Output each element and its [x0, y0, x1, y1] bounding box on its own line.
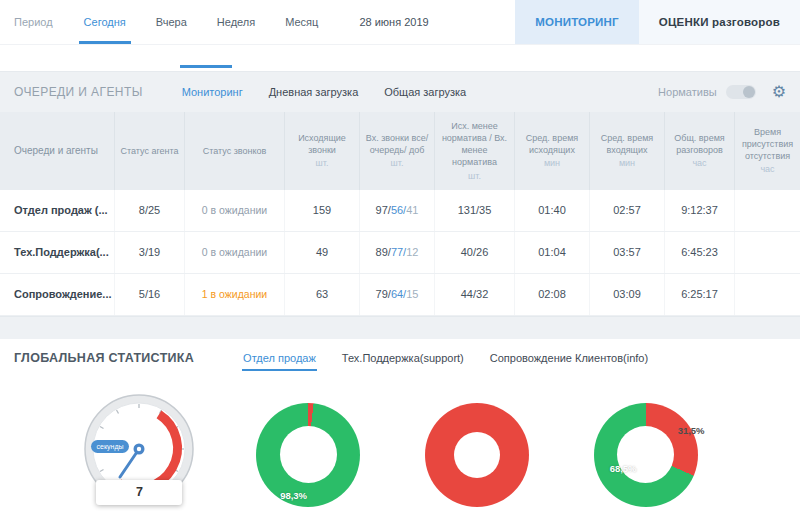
- gear-icon[interactable]: ⚙: [772, 84, 786, 100]
- outgoing-calls-cell: 49: [285, 232, 360, 273]
- col-unit: час: [670, 157, 729, 169]
- donut-label: 68,5%: [610, 463, 637, 474]
- donut-label: 98,3%: [280, 490, 307, 501]
- stats-tab-info[interactable]: Сопровождение Клиентов(info): [477, 348, 661, 368]
- col-header-presence: Время присутствия отсутствия час: [735, 112, 800, 190]
- avg-out-time-cell: 01:04: [515, 232, 590, 273]
- nav-call-ratings[interactable]: ОЦЕНКИ разговоров: [639, 0, 800, 44]
- avg-in-time-cell: 02:57: [590, 190, 665, 231]
- donut-label: 31,5%: [678, 425, 705, 436]
- agent-status-cell: 8/25: [115, 190, 185, 231]
- table-row[interactable]: Отдел продаж (... 8/25 0 в ожидании 159 …: [0, 190, 800, 232]
- col-unit: час: [740, 163, 795, 175]
- avg-out-time-cell: 01:40: [515, 190, 590, 231]
- col-title: Общ. время разговоров: [670, 132, 729, 156]
- talk-time-cell: 9:12:37: [665, 190, 735, 231]
- col-title: Сред. время исходящих: [520, 132, 584, 156]
- col-header-call-status: Статус звонков: [185, 112, 285, 190]
- charts-row: секунды 7 Среднее время ожидания в очере…: [0, 377, 800, 530]
- outgoing-calls-cell: 63: [285, 274, 360, 315]
- col-title: Вх. звонки все/ очередь/ доб: [365, 132, 429, 156]
- col-unit: шт.: [440, 170, 509, 182]
- col-header-below-norm: Исх. менее норматива / Вх. менее нормати…: [435, 112, 515, 190]
- period-tab-today[interactable]: Сегодня: [69, 0, 141, 44]
- incoming-queue: 56/: [391, 204, 406, 216]
- stats-tab-support[interactable]: Тех.Поддержка(support): [329, 348, 477, 368]
- col-unit: шт.: [290, 157, 354, 169]
- donut-hole: [617, 426, 674, 483]
- incoming-ext: 12: [406, 246, 418, 258]
- col-title: Статус звонков: [190, 145, 279, 157]
- tab-daily-load[interactable]: Дневная загрузка: [256, 80, 372, 104]
- queues-section-title: ОЧЕРЕДИ И АГЕНТЫ: [14, 85, 143, 99]
- tab-monitoring[interactable]: Мониторинг: [169, 80, 256, 104]
- call-status-value: 0 в ожидании: [202, 204, 267, 216]
- tab-total-load[interactable]: Общая загрузка: [371, 80, 479, 104]
- donut-outgoing-cell: 68,5% 31,5% Исходящие звонки: [561, 377, 730, 530]
- donut-accepted-cell: 98,3% Принятые/непринятые звонки: [224, 377, 393, 530]
- normativy-control: Нормативы ⚙: [658, 84, 786, 100]
- period-tab-yesterday[interactable]: Вчера: [141, 0, 202, 44]
- call-status-cell: 0 в ожидании: [185, 190, 285, 231]
- col-title: Время присутствия отсутствия: [740, 126, 795, 162]
- main-nav: МОНИТОРИНГ ОЦЕНКИ разговоров: [515, 0, 800, 44]
- date-picker[interactable]: 28 июня 2019: [341, 16, 446, 28]
- donut-hole: [280, 426, 337, 483]
- donut-missed-cell: Непринятые звонки: [393, 377, 562, 530]
- presence-cell: [735, 190, 800, 231]
- presence-cell: [735, 232, 800, 273]
- col-header-incoming: Вх. звонки все/ очередь/ доб шт.: [360, 112, 435, 190]
- col-title: Очереди и агенты: [14, 144, 109, 158]
- incoming-calls-cell: 79/64/15: [360, 274, 435, 315]
- incoming-all: 79/: [376, 288, 391, 300]
- stats-tab-sales[interactable]: Отдел продаж: [230, 348, 329, 368]
- outgoing-calls-cell: 159: [285, 190, 360, 231]
- call-status-cell: 1 в ожидании: [185, 274, 285, 315]
- call-status-value: 0 в ожидании: [202, 246, 267, 258]
- normativy-label: Нормативы: [658, 86, 717, 98]
- incoming-ext: 41: [406, 204, 418, 216]
- sub-nav-strip: [0, 45, 800, 71]
- incoming-all: 89/: [376, 246, 391, 258]
- incoming-ext: 15: [406, 288, 418, 300]
- gauge-value-card: 7: [96, 480, 182, 505]
- call-status-value: 1 в ожидании: [202, 288, 267, 300]
- global-stats-title: ГЛОБАЛЬНАЯ СТАТИСТИКА: [14, 351, 194, 365]
- topbar: Период Сегодня Вчера Неделя Месяц 28 июн…: [0, 0, 800, 45]
- col-header-queues: Очереди и агенты: [0, 112, 115, 190]
- normativy-toggle[interactable]: [726, 85, 756, 99]
- col-header-talk-time: Общ. время разговоров час: [665, 112, 735, 190]
- queue-name-cell[interactable]: Отдел продаж (...: [0, 190, 115, 231]
- gauge-chart-cell: секунды 7 Среднее время ожидания в очере…: [55, 377, 224, 530]
- incoming-calls-cell: 89/77/12: [360, 232, 435, 273]
- col-title: Исходящие звонки: [290, 132, 354, 156]
- talk-time-cell: 6:45:23: [665, 232, 735, 273]
- queue-name-cell[interactable]: Тех.Поддержка(...: [0, 232, 115, 273]
- below-norm-cell: 131/35: [435, 190, 515, 231]
- col-header-outgoing: Исходящие звонки шт.: [285, 112, 360, 190]
- col-title: Исх. менее норматива / Вх. менее нормати…: [440, 120, 509, 169]
- donut-hole: [454, 432, 500, 478]
- monitoring-tab-indicator: [180, 65, 232, 68]
- col-unit: мин: [520, 157, 584, 169]
- table-row[interactable]: Тех.Поддержка(... 3/19 0 в ожидании 49 8…: [0, 232, 800, 274]
- toggle-knob: [743, 86, 755, 98]
- donut-accepted-chart: 98,3%: [256, 403, 360, 507]
- nav-monitoring[interactable]: МОНИТОРИНГ: [515, 0, 639, 44]
- avg-in-time-cell: 03:57: [590, 232, 665, 273]
- presence-cell: [735, 274, 800, 315]
- table-header-row: Очереди и агенты Статус агента Статус зв…: [0, 112, 800, 190]
- col-unit: мин: [595, 157, 659, 169]
- below-norm-cell: 44/32: [435, 274, 515, 315]
- period-tab-week[interactable]: Неделя: [202, 0, 270, 44]
- gauge-unit-label: секунды: [97, 443, 124, 451]
- col-title: Статус агента: [120, 145, 179, 157]
- table-row[interactable]: Сопровождение... 5/16 1 в ожидании 63 79…: [0, 274, 800, 316]
- global-stats-header: ГЛОБАЛЬНАЯ СТАТИСТИКА Отдел продаж Тех.П…: [0, 339, 800, 377]
- period-tab-month[interactable]: Месяц: [270, 0, 333, 44]
- incoming-calls-cell: 97/56/41: [360, 190, 435, 231]
- queue-name-cell[interactable]: Сопровождение...: [0, 274, 115, 315]
- gauge-hub-dot: [137, 447, 141, 451]
- donut-missed-chart: [425, 403, 529, 507]
- col-unit: шт.: [365, 157, 429, 169]
